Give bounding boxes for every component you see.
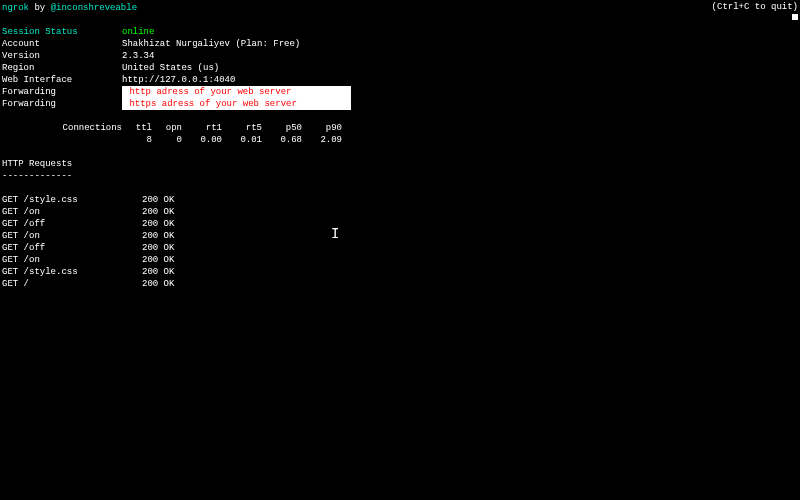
http-status: 200 OK: [142, 218, 174, 230]
http-req: GET /style.css: [2, 266, 142, 278]
http-req: GET /off: [2, 242, 142, 254]
label-forwarding-2: Forwarding: [2, 98, 122, 110]
label-forwarding-1: Forwarding: [2, 86, 122, 98]
http-row: GET /200 OK: [2, 278, 798, 290]
http-status: 200 OK: [142, 206, 174, 218]
val-ttl: 8: [122, 134, 152, 146]
hdr-opn: opn: [152, 122, 182, 134]
label-session-status: Session Status: [2, 26, 122, 38]
http-row: GET /off200 OK: [2, 218, 798, 230]
label-account: Account: [2, 38, 122, 50]
http-req: GET /on: [2, 254, 142, 266]
http-row: GET /off200 OK: [2, 242, 798, 254]
http-row: GET /on200 OK: [2, 206, 798, 218]
http-row: GET /style.css200 OK: [2, 194, 798, 206]
http-row: GET /on200 OK: [2, 230, 798, 242]
val-p50: 0.68: [262, 134, 302, 146]
hdr-rt1: rt1: [182, 122, 222, 134]
row-web-interface: Web Interface http://127.0.0.1:4040: [2, 74, 798, 86]
label-region: Region: [2, 62, 122, 74]
http-title: HTTP Requests: [2, 158, 798, 170]
http-req: GET /on: [2, 230, 142, 242]
label-web-interface: Web Interface: [2, 74, 122, 86]
hdr-rt5: rt5: [222, 122, 262, 134]
value-account: Shakhizat Nurgaliyev (Plan: Free): [122, 38, 300, 50]
row-session-status: Session Status online: [2, 26, 798, 38]
author: @inconshreveable: [51, 2, 137, 14]
http-req: GET /off: [2, 218, 142, 230]
row-connections-header: Connections ttl opn rt1 rt5 p50 p90: [2, 122, 798, 134]
row-version: Version 2.3.34: [2, 50, 798, 62]
row-account: Account Shakhizat Nurgaliyev (Plan: Free…: [2, 38, 798, 50]
http-status: 200 OK: [142, 254, 174, 266]
val-rt5: 0.01: [222, 134, 262, 146]
http-req: GET /on: [2, 206, 142, 218]
hdr-ttl: ttl: [122, 122, 152, 134]
quit-hint: (Ctrl+C to quit): [712, 1, 798, 13]
value-session-status: online: [122, 26, 154, 38]
http-row: GET /style.css200 OK: [2, 266, 798, 278]
header-line: ngrok by @inconshreveable: [2, 2, 798, 14]
value-forwarding-http: http adress of your web server: [122, 86, 351, 98]
app-name: ngrok: [2, 2, 29, 14]
row-region: Region United States (us): [2, 62, 798, 74]
http-status: 200 OK: [142, 278, 174, 290]
row-forwarding-http: Forwarding http adress of your web serve…: [2, 86, 798, 98]
value-region: United States (us): [122, 62, 219, 74]
hdr-p50: p50: [262, 122, 302, 134]
http-status: 200 OK: [142, 194, 174, 206]
http-status: 200 OK: [142, 230, 174, 242]
row-connections-values: 8 0 0.00 0.01 0.68 2.09: [2, 134, 798, 146]
http-status: 200 OK: [142, 242, 174, 254]
http-row: GET /on200 OK: [2, 254, 798, 266]
label-version: Version: [2, 50, 122, 62]
http-req: GET /style.css: [2, 194, 142, 206]
http-req: GET /: [2, 278, 142, 290]
val-rt1: 0.00: [182, 134, 222, 146]
label-connections: Connections: [2, 122, 122, 134]
http-sep: -------------: [2, 170, 798, 182]
hdr-p90: p90: [302, 122, 342, 134]
http-status: 200 OK: [142, 266, 174, 278]
row-forwarding-https: Forwarding https adress of your web serv…: [2, 98, 798, 110]
val-opn: 0: [152, 134, 182, 146]
value-forwarding-https: https adress of your web server: [122, 98, 351, 110]
value-web-interface: http://127.0.0.1:4040: [122, 74, 235, 86]
by-text: by: [29, 2, 51, 14]
val-p90: 2.09: [302, 134, 342, 146]
terminal: ngrok by @inconshreveable (Ctrl+C to qui…: [0, 0, 800, 500]
scroll-marker: [792, 14, 798, 20]
value-version: 2.3.34: [122, 50, 154, 62]
